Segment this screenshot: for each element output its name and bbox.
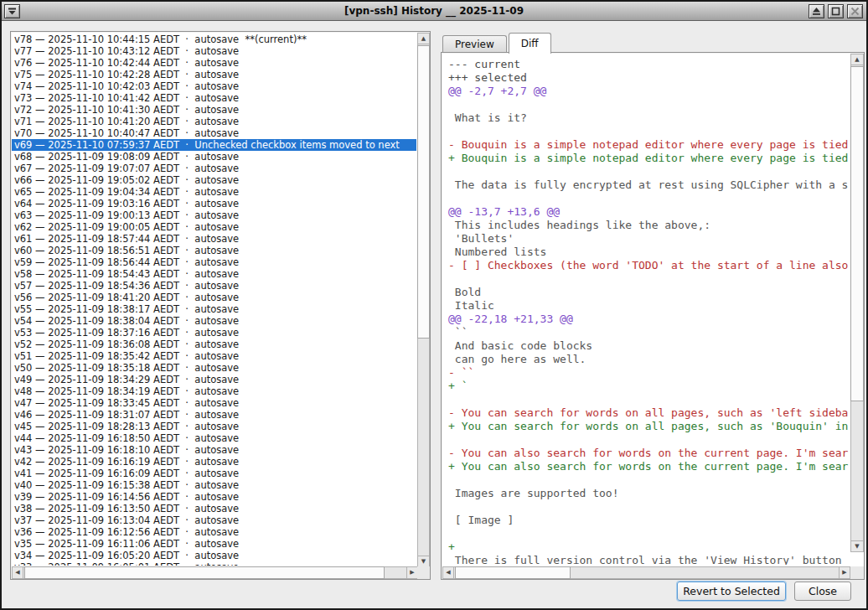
version-list-item[interactable]: v46 — 2025-11-09 18:31:07 AEDT · autosav… [12, 409, 416, 421]
diff-line: --- current [448, 58, 850, 71]
version-list-item[interactable]: v77 — 2025-11-10 10:43:12 AEDT · autosav… [12, 45, 416, 57]
version-list-item[interactable]: v55 — 2025-11-09 18:38:17 AEDT · autosav… [12, 303, 416, 315]
diff-line: This includes headings like the above,: [448, 219, 850, 232]
version-list-item[interactable]: v51 — 2025-11-09 18:35:42 AEDT · autosav… [12, 350, 416, 362]
version-list-item[interactable]: v37 — 2025-11-09 16:13:04 AEDT · autosav… [12, 514, 416, 526]
version-list-item[interactable]: v74 — 2025-11-10 10:42:03 AEDT · autosav… [12, 80, 416, 92]
maximize-icon [831, 7, 840, 16]
shade-button[interactable] [809, 4, 824, 18]
shade-icon [812, 7, 821, 16]
diff-line: What is it? [448, 111, 850, 125]
hscrollbar-thumb[interactable] [455, 566, 571, 579]
version-list-item[interactable]: v49 — 2025-11-09 18:34:29 AEDT · autosav… [12, 374, 416, 385]
version-list-item[interactable]: v47 — 2025-11-09 18:33:45 AEDT · autosav… [12, 397, 416, 409]
version-list-frame: v78 — 2025-11-10 10:44:15 AEDT · autosav… [10, 31, 431, 580]
scroll-right-button[interactable]: ▶ [839, 566, 850, 579]
diff-line: Numbered lists [448, 246, 850, 259]
version-list-item[interactable]: v54 — 2025-11-09 18:38:04 AEDT · autosav… [12, 315, 416, 327]
version-list-item[interactable]: v59 — 2025-11-09 18:56:44 AEDT · autosav… [12, 256, 416, 268]
triangle-down-icon: ▼ [421, 558, 426, 565]
version-list-item[interactable]: v41 — 2025-11-09 16:16:09 AEDT · autosav… [12, 468, 416, 479]
version-list-item[interactable]: v68 — 2025-11-09 19:08:09 AEDT · autosav… [12, 151, 416, 163]
tab-preview[interactable]: Preview [442, 35, 507, 53]
version-list-item[interactable]: v66 — 2025-11-09 19:05:02 AEDT · autosav… [12, 174, 416, 186]
version-list-item[interactable]: v64 — 2025-11-09 19:03:16 AEDT · autosav… [12, 198, 416, 209]
scroll-left-button[interactable]: ◀ [12, 566, 23, 579]
version-list-item[interactable]: v62 — 2025-11-09 19:00:05 AEDT · autosav… [12, 221, 416, 233]
diff-line: - Bouquin is a simple notepad editor whe… [448, 138, 850, 152]
version-list-item[interactable]: v61 — 2025-11-09 18:57:44 AEDT · autosav… [12, 233, 416, 245]
version-list-item[interactable]: v72 — 2025-11-10 10:41:30 AEDT · autosav… [12, 104, 416, 116]
diff-line: - [ ] Checkboxes (the word 'TODO' at the… [448, 259, 850, 272]
diff-line [448, 98, 850, 111]
scroll-right-button[interactable]: ▶ [406, 566, 418, 579]
version-list-item[interactable]: v58 — 2025-11-09 18:54:43 AEDT · autosav… [12, 268, 416, 280]
scroll-up-button[interactable]: ▲ [850, 54, 864, 65]
hscrollbar-thumb[interactable] [24, 566, 385, 579]
version-list-item[interactable]: v53 — 2025-11-09 18:37:16 AEDT · autosav… [12, 327, 416, 339]
triangle-left-icon: ◀ [15, 569, 19, 576]
version-list[interactable]: v78 — 2025-11-10 10:44:15 AEDT · autosav… [12, 33, 416, 566]
version-list-item[interactable]: v69 — 2025-11-10 07:59:37 AEDT · Uncheck… [12, 139, 416, 151]
version-list-item[interactable]: v71 — 2025-11-10 10:41:20 AEDT · autosav… [12, 116, 416, 127]
diff-line: + ` [448, 380, 850, 393]
version-list-item[interactable]: v44 — 2025-11-09 16:18:50 AEDT · autosav… [12, 432, 416, 444]
version-list-item[interactable]: v40 — 2025-11-09 16:15:38 AEDT · autosav… [12, 479, 416, 491]
version-list-item[interactable]: v39 — 2025-11-09 16:14:56 AEDT · autosav… [12, 491, 416, 503]
version-list-item[interactable]: v35 — 2025-11-09 16:11:06 AEDT · autosav… [12, 538, 416, 550]
diff-line [448, 272, 850, 286]
version-list-vscrollbar[interactable]: ▲ ▼ [417, 33, 430, 567]
revert-button[interactable]: Revert to Selected [677, 582, 786, 601]
version-list-item[interactable]: v48 — 2025-11-09 18:34:19 AEDT · autosav… [12, 385, 416, 397]
scrollbar-corner [417, 566, 430, 579]
triangle-down-icon: ▼ [855, 543, 859, 550]
version-list-item[interactable]: v75 — 2025-11-10 10:42:28 AEDT · autosav… [12, 69, 416, 80]
diff-line: + Bouquin is a simple notepad editor whe… [448, 152, 850, 165]
version-list-item[interactable]: v63 — 2025-11-09 19:00:13 AEDT · autosav… [12, 209, 416, 221]
diff-line: `` [448, 326, 850, 339]
version-list-item[interactable]: v43 — 2025-11-09 16:18:10 AEDT · autosav… [12, 444, 416, 456]
version-list-hscrollbar[interactable]: ◀ ▶ [12, 566, 418, 579]
close-dialog-button[interactable]: Close [794, 582, 851, 601]
version-list-item[interactable]: v56 — 2025-11-09 18:41:20 AEDT · autosav… [12, 292, 416, 303]
tab-diff[interactable]: Diff [509, 33, 551, 54]
version-list-item[interactable]: v34 — 2025-11-09 16:05:20 AEDT · autosav… [12, 550, 416, 561]
version-list-item[interactable]: v38 — 2025-11-09 16:13:50 AEDT · autosav… [12, 503, 416, 514]
diff-line [448, 125, 850, 138]
diff-line: +++ selected [448, 71, 850, 85]
version-list-item[interactable]: v57 — 2025-11-09 18:54:36 AEDT · autosav… [12, 280, 416, 292]
version-list-item[interactable]: v76 — 2025-11-10 10:42:44 AEDT · autosav… [12, 57, 416, 69]
version-list-item[interactable]: v36 — 2025-11-09 16:12:56 AEDT · autosav… [12, 526, 416, 538]
diff-text[interactable]: --- current+++ selected@@ -2,7 +2,7 @@ W… [442, 54, 850, 565]
scroll-up-button[interactable]: ▲ [417, 33, 430, 44]
version-list-item[interactable]: v52 — 2025-11-09 18:36:08 AEDT · autosav… [12, 339, 416, 350]
diff-line [448, 192, 850, 205]
diff-line [448, 500, 850, 514]
version-list-item[interactable]: v45 — 2025-11-09 18:28:13 AEDT · autosav… [12, 421, 416, 432]
version-list-item[interactable]: v60 — 2025-11-09 18:56:51 AEDT · autosav… [12, 245, 416, 256]
scroll-left-button[interactable]: ◀ [442, 566, 454, 579]
diff-hscrollbar[interactable]: ◀ ▶ [442, 566, 850, 579]
version-list-item[interactable]: v33 — 2025-11-09 16:05:01 AEDT · autosav… [12, 561, 416, 566]
titlebar[interactable]: [vpn-ssh] History __ 2025-11-09 [2, 2, 866, 21]
diff-line: Images are supported too! [448, 487, 850, 500]
close-button[interactable] [847, 4, 863, 18]
scroll-down-button[interactable]: ▼ [850, 540, 864, 552]
tab-bar: Preview Diff [442, 33, 551, 53]
vscrollbar-thumb[interactable] [417, 45, 430, 339]
version-list-item[interactable]: v73 — 2025-11-10 10:41:42 AEDT · autosav… [12, 92, 416, 104]
vscrollbar-thumb[interactable] [850, 66, 864, 401]
version-list-item[interactable]: v78 — 2025-11-10 10:44:15 AEDT · autosav… [12, 34, 416, 45]
triangle-right-icon: ▶ [842, 569, 846, 576]
version-list-item[interactable]: v50 — 2025-11-09 18:35:18 AEDT · autosav… [12, 362, 416, 374]
maximize-button[interactable] [828, 4, 844, 18]
window-menu-button[interactable] [4, 4, 20, 18]
version-list-item[interactable]: v42 — 2025-11-09 16:16:19 AEDT · autosav… [12, 456, 416, 468]
diff-vscrollbar[interactable]: ▲ ▼ [850, 54, 864, 552]
triangle-up-icon: ▲ [421, 35, 426, 42]
version-list-item[interactable]: v65 — 2025-11-09 19:04:34 AEDT · autosav… [12, 186, 416, 198]
version-list-item[interactable]: v70 — 2025-11-10 10:40:47 AEDT · autosav… [12, 127, 416, 139]
titlebar-buttons [807, 4, 865, 18]
version-list-item[interactable]: v67 — 2025-11-09 19:07:07 AEDT · autosav… [12, 163, 416, 174]
scroll-down-button[interactable]: ▼ [417, 556, 430, 567]
